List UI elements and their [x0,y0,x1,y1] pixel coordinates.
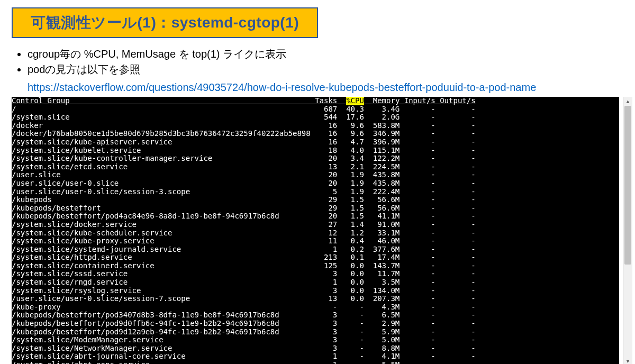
slide-title-box: 可観測性ツール(1)：systemd-cgtop(1) [12,7,318,38]
cgtop-output: Control Group Tasks %CPU Memory Input/s … [12,97,619,364]
reference-link[interactable]: https://stackoverflow.com/questions/4903… [28,81,623,94]
scroll-down-icon[interactable]: ▼ [623,357,632,364]
scroll-up-icon[interactable]: ▲ [623,97,632,106]
scroll-thumb[interactable] [624,106,631,265]
slide-root: 可観測性ツール(1)：systemd-cgtop(1) cgroup毎の %CP… [0,0,635,364]
terminal-container: Control Group Tasks %CPU Memory Input/s … [12,97,623,364]
slide-title: 可観測性ツール(1)：systemd-cgtop(1) [31,14,299,31]
bullet-item: podの見方は以下を参照 [28,62,623,77]
bullet-list: cgroup毎の %CPU, MemUsage を top(1) ライクに表示 … [12,47,623,77]
scrollbar-vertical[interactable]: ▲ ▼ [623,97,632,364]
bullet-item: cgroup毎の %CPU, MemUsage を top(1) ライクに表示 [28,47,623,62]
